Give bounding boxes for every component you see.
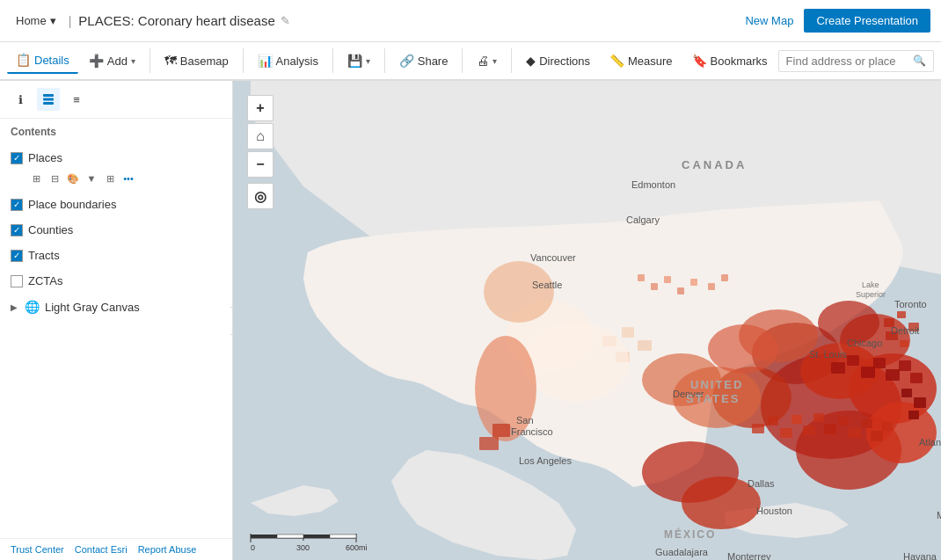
layer-checkbox-place-boundaries[interactable]: ✓	[11, 199, 23, 211]
toolbar-separator-6	[511, 48, 512, 73]
contact-esri-link[interactable]: Contact Esri	[75, 544, 128, 555]
sub-icons-places: ⊞ ⊟ 🎨 ▼ ⊞ •••	[0, 169, 232, 190]
layer-item-zctas[interactable]: ZCTAs	[0, 270, 232, 292]
topbar-separator: |	[69, 14, 72, 28]
svg-text:MÉXICO: MÉXICO	[664, 527, 716, 541]
layer-name-counties: Counties	[28, 223, 222, 236]
trust-center-link[interactable]: Trust Center	[11, 544, 64, 555]
add-button[interactable]: ➕ Add ▾	[80, 48, 144, 73]
svg-text:Chicago: Chicago	[847, 338, 882, 348]
sidebar-header: ℹ ≡	[0, 81, 232, 119]
save-button[interactable]: 💾 ▾	[339, 48, 379, 73]
sub-icon-more[interactable]: •••	[120, 171, 136, 186]
map-controls: + ⌂ − ◎	[247, 95, 274, 209]
layer-item-tracts[interactable]: ✓ Tracts	[0, 244, 232, 266]
svg-text:Dallas: Dallas	[748, 478, 775, 489]
sub-icon-filter[interactable]: ▼	[84, 171, 99, 186]
measure-button[interactable]: 📏 Measure	[601, 48, 682, 73]
svg-text:Seattle: Seattle	[532, 280, 562, 290]
new-map-button[interactable]: New Map	[745, 14, 793, 27]
layer-item-places[interactable]: ✓ Places	[0, 147, 232, 169]
search-box: 🔍	[778, 50, 934, 72]
layer-group-places: ✓ Places ⊞ ⊟ 🎨 ▼ ⊞ •••	[0, 145, 232, 192]
add-dropdown-arrow: ▾	[131, 56, 135, 66]
svg-rect-49	[838, 417, 849, 425]
print-button[interactable]: 🖨 ▾	[468, 48, 506, 73]
layer-checkbox-tracts[interactable]: ✓	[11, 250, 23, 262]
directions-button[interactable]: ◆ Directions	[517, 48, 599, 73]
svg-text:Vancouver: Vancouver	[530, 252, 576, 263]
basemap-button[interactable]: 🗺 Basemap	[156, 48, 237, 73]
search-input[interactable]	[786, 55, 913, 68]
svg-rect-52	[871, 431, 883, 441]
layer-item-basemap[interactable]: ▶ 🌐 Light Gray Canvas	[0, 295, 232, 318]
map-title: PLACES: Coronary heart disease ✎	[78, 13, 738, 28]
sub-icon-grid[interactable]: ⊟	[47, 171, 62, 186]
share-icon: 🔗	[399, 54, 414, 68]
bookmarks-icon: 🔖	[692, 54, 707, 68]
analysis-button[interactable]: 📊 Analysis	[249, 48, 327, 73]
zoom-out-button[interactable]: −	[247, 151, 274, 178]
layer-checkbox-places[interactable]: ✓	[11, 152, 23, 164]
svg-rect-1	[43, 98, 54, 101]
svg-text:Francisco: Francisco	[511, 426, 553, 437]
create-presentation-button[interactable]: Create Presentation	[804, 9, 930, 33]
svg-rect-47	[813, 413, 824, 422]
svg-text:Edmonton: Edmonton	[631, 179, 675, 190]
svg-rect-20	[638, 274, 645, 281]
svg-text:0: 0	[251, 543, 255, 552]
layer-group-basemap: ▶ 🌐 Light Gray Canvas	[0, 294, 232, 320]
sub-icon-label2[interactable]: ⊞	[102, 171, 118, 186]
svg-text:San: San	[516, 415, 534, 425]
save-icon: 💾	[347, 54, 362, 68]
sidebar-layers-button[interactable]	[37, 88, 60, 111]
svg-text:CANADA: CANADA	[682, 158, 747, 171]
svg-rect-40	[479, 437, 499, 450]
layer-checkbox-counties[interactable]: ✓	[11, 224, 23, 236]
home-button[interactable]: Home ▾	[11, 11, 62, 31]
svg-rect-25	[708, 283, 715, 290]
zoom-in-button[interactable]: +	[247, 95, 274, 121]
svg-rect-58	[886, 369, 900, 381]
measure-icon: 📏	[609, 54, 624, 68]
svg-rect-31	[900, 340, 908, 347]
svg-rect-54	[831, 362, 845, 374]
svg-rect-46	[803, 425, 815, 435]
svg-text:Detroit: Detroit	[891, 325, 919, 336]
layer-item-counties[interactable]: ✓ Counties	[0, 219, 232, 241]
layer-checkbox-zctas[interactable]	[11, 275, 23, 287]
sub-icon-table[interactable]: ⊞	[28, 171, 44, 186]
svg-text:Miami: Miami	[937, 510, 941, 520]
sidebar-list-button[interactable]: ≡	[65, 88, 88, 111]
map-area[interactable]: Edmonton Calgary Vancouver Seattle San F…	[233, 81, 941, 560]
layer-name-place-boundaries: Place boundaries	[28, 198, 222, 211]
sub-icon-style[interactable]: 🎨	[65, 171, 81, 186]
details-tab[interactable]: 📋 Details	[7, 47, 78, 74]
svg-text:300: 300	[296, 543, 310, 552]
svg-rect-24	[690, 279, 697, 286]
svg-rect-43	[768, 417, 778, 425]
svg-rect-39	[492, 424, 510, 437]
edit-title-icon[interactable]: ✎	[281, 14, 290, 27]
basemap-globe-icon: 🌐	[25, 300, 40, 314]
basemap-expand[interactable]: ▶	[11, 302, 18, 312]
home-map-button[interactable]: ⌂	[247, 123, 274, 149]
toolbar-separator-1	[150, 48, 150, 73]
svg-rect-62	[914, 397, 926, 408]
layer-name-tracts: Tracts	[28, 249, 222, 262]
svg-rect-2	[43, 102, 54, 105]
share-button[interactable]: 🔗 Share	[390, 48, 457, 73]
svg-rect-28	[897, 311, 906, 318]
locate-button[interactable]: ◎	[247, 183, 274, 209]
bookmarks-button[interactable]: 🔖 Bookmarks	[683, 48, 777, 73]
svg-rect-34	[638, 340, 652, 351]
print-dropdown-arrow: ▾	[492, 56, 497, 66]
add-icon: ➕	[89, 54, 104, 68]
svg-text:Havana: Havana	[903, 551, 937, 560]
report-abuse-link[interactable]: Report Abuse	[138, 544, 197, 555]
layer-item-place-boundaries[interactable]: ✓ Place boundaries	[0, 193, 232, 215]
svg-rect-100	[277, 535, 303, 538]
layer-name-zctas: ZCTAs	[28, 274, 222, 287]
sidebar-info-button[interactable]: ℹ	[9, 88, 32, 111]
svg-rect-0	[43, 94, 54, 97]
